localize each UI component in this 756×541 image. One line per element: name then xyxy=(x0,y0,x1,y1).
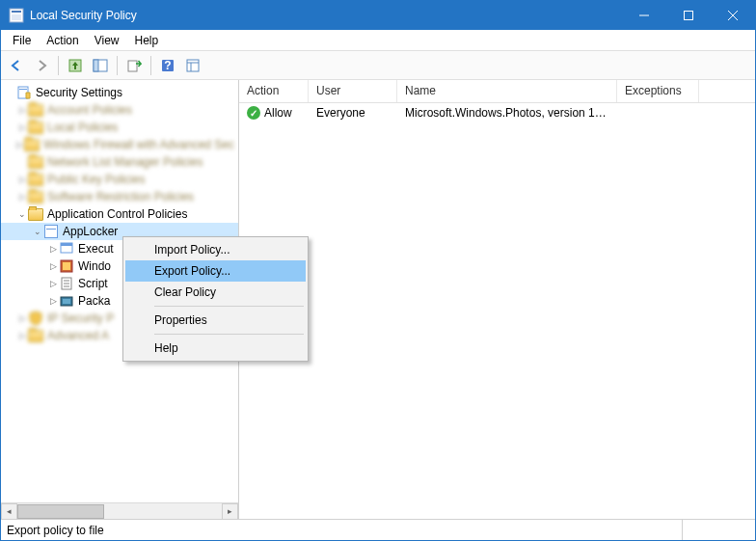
menu-view[interactable]: View xyxy=(87,32,127,49)
expander-icon[interactable]: ▷ xyxy=(16,192,28,202)
toolbar-separator xyxy=(117,56,118,75)
folder-icon xyxy=(28,172,43,187)
column-spacer xyxy=(699,80,755,102)
expander-icon[interactable]: ▷ xyxy=(47,244,59,254)
ctx-help[interactable]: Help xyxy=(125,338,306,359)
svg-rect-17 xyxy=(19,89,27,90)
tree-item[interactable]: ▷Local Policies xyxy=(1,119,238,136)
folder-icon xyxy=(28,154,43,170)
ctx-properties[interactable]: Properties xyxy=(125,310,306,331)
expander-icon[interactable]: ⌄ xyxy=(32,227,43,236)
shield-icon xyxy=(28,311,43,326)
up-button[interactable] xyxy=(64,54,87,77)
svg-rect-21 xyxy=(63,262,70,270)
folder-icon xyxy=(28,189,43,204)
expander-icon[interactable]: ▷ xyxy=(16,331,28,340)
folder-icon xyxy=(28,328,43,343)
status-text: Export policy to file xyxy=(7,524,682,537)
toolbar-separator xyxy=(150,56,151,75)
svg-rect-1 xyxy=(12,11,21,13)
statusbar: Export policy to file xyxy=(1,519,755,540)
window: Local Security Policy File Action View H… xyxy=(0,0,756,541)
column-exceptions[interactable]: Exceptions xyxy=(617,80,699,102)
forward-button[interactable] xyxy=(30,54,53,77)
column-user[interactable]: User xyxy=(309,80,397,102)
expander-icon[interactable]: ▷ xyxy=(16,313,28,323)
context-menu: Import Policy... Export Policy... Clear … xyxy=(122,236,309,362)
ctx-clear-policy[interactable]: Clear Policy xyxy=(125,282,306,303)
tree-item[interactable]: ▷Account Policies xyxy=(1,101,238,119)
menubar: File Action View Help xyxy=(1,30,755,51)
scroll-thumb[interactable] xyxy=(17,504,104,519)
properties-button[interactable] xyxy=(181,54,204,77)
app-icon xyxy=(9,8,24,23)
back-button[interactable] xyxy=(5,54,28,77)
ctx-export-policy[interactable]: Export Policy... xyxy=(125,260,306,282)
svg-text:?: ? xyxy=(164,59,171,72)
expander-icon[interactable]: ▷ xyxy=(47,261,59,271)
expander-icon[interactable]: ▷ xyxy=(16,105,28,115)
column-name[interactable]: Name xyxy=(397,80,617,102)
applocker-icon xyxy=(43,224,59,239)
tree-root[interactable]: Security Settings xyxy=(1,84,238,101)
cell-name: Microsoft.Windows.Photos, version 16.... xyxy=(397,106,617,120)
toolbar: ? xyxy=(1,51,755,80)
svg-rect-9 xyxy=(94,60,98,71)
column-action[interactable]: Action xyxy=(239,80,309,102)
rules-icon xyxy=(59,293,74,309)
tree-item[interactable]: ▷Windows Firewall with Advanced Sec xyxy=(1,136,238,153)
cell-user: Everyone xyxy=(309,106,397,120)
menu-help[interactable]: Help xyxy=(127,32,167,49)
svg-rect-13 xyxy=(187,60,199,71)
folder-icon xyxy=(28,206,43,222)
list-row[interactable]: Allow Everyone Microsoft.Windows.Photos,… xyxy=(239,103,755,122)
allow-icon xyxy=(247,106,260,120)
rules-icon xyxy=(59,241,74,257)
list-body: Allow Everyone Microsoft.Windows.Photos,… xyxy=(239,103,755,519)
ctx-separator xyxy=(154,334,304,335)
content-area: Security Settings ▷Account Policies ▷Loc… xyxy=(1,80,755,519)
minimize-button[interactable] xyxy=(622,1,666,30)
titlebar: Local Security Policy xyxy=(1,1,755,30)
tree-item[interactable]: ▷Software Restriction Policies xyxy=(1,188,238,205)
scroll-right-button[interactable]: ▸ xyxy=(222,503,238,520)
list-pane: Action User Name Exceptions Allow Everyo… xyxy=(239,80,755,519)
tree-root-label: Security Settings xyxy=(36,86,122,99)
rules-icon xyxy=(59,258,74,274)
show-hide-tree-button[interactable] xyxy=(89,54,112,77)
folder-icon xyxy=(28,120,43,135)
expander-icon[interactable]: ▷ xyxy=(16,175,28,184)
export-button[interactable] xyxy=(122,54,146,77)
menu-action[interactable]: Action xyxy=(39,32,86,49)
security-settings-icon xyxy=(16,85,32,100)
ctx-import-policy[interactable]: Import Policy... xyxy=(125,239,306,260)
scroll-track[interactable] xyxy=(17,503,222,520)
svg-rect-10 xyxy=(128,61,137,71)
svg-rect-2 xyxy=(12,14,21,20)
svg-rect-19 xyxy=(61,243,72,246)
folder-icon xyxy=(24,137,40,152)
rules-icon xyxy=(59,276,74,291)
expander-icon[interactable]: ▷ xyxy=(47,296,59,306)
expander-icon[interactable]: ▷ xyxy=(16,140,24,149)
window-title: Local Security Policy xyxy=(30,9,622,22)
folder-icon xyxy=(28,102,43,118)
tree-item[interactable]: Network List Manager Policies xyxy=(1,153,238,171)
tree-item[interactable]: ▷Public Key Policies xyxy=(1,171,238,188)
horizontal-scrollbar[interactable]: ◂ ▸ xyxy=(1,502,238,519)
tree-item-app-control[interactable]: ⌄Application Control Policies xyxy=(1,205,238,223)
cell-action: Allow xyxy=(239,106,309,120)
ctx-separator xyxy=(154,306,304,307)
list-header: Action User Name Exceptions xyxy=(239,80,755,103)
expander-icon[interactable]: ▷ xyxy=(16,122,28,132)
menu-file[interactable]: File xyxy=(5,32,39,49)
maximize-button[interactable] xyxy=(666,1,711,30)
expander-icon[interactable]: ▷ xyxy=(47,279,59,288)
svg-rect-4 xyxy=(685,12,693,20)
close-button[interactable] xyxy=(711,1,755,30)
scroll-left-button[interactable]: ◂ xyxy=(1,503,17,520)
svg-rect-27 xyxy=(63,299,70,304)
toolbar-separator xyxy=(58,56,59,75)
help-button[interactable]: ? xyxy=(156,54,179,77)
expander-icon[interactable]: ⌄ xyxy=(16,209,28,219)
